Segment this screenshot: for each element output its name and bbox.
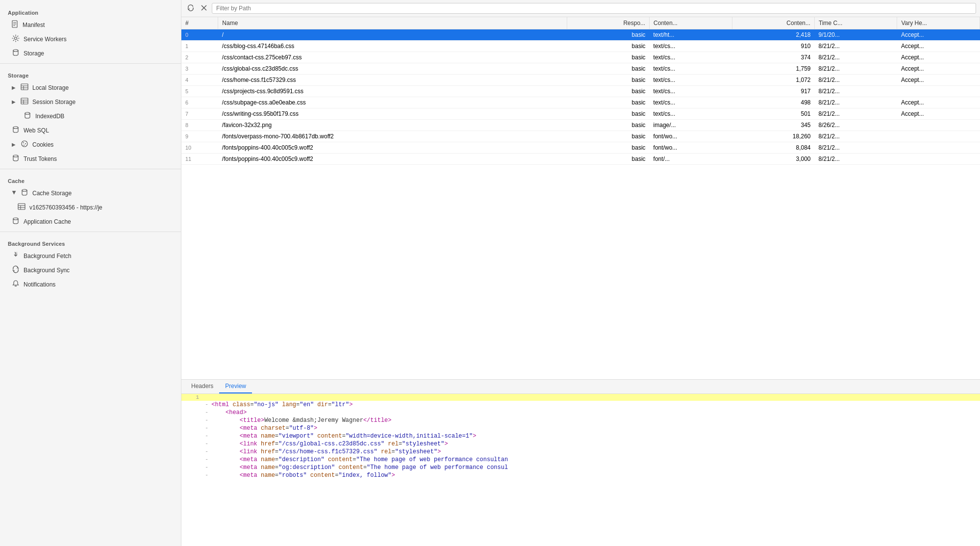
cell-response: basic (567, 86, 649, 97)
cell-vary: Accept... (897, 75, 980, 86)
svg-point-15 (13, 127, 18, 129)
table-row[interactable]: 0 / basic text/ht... 2,418 9/1/20... Acc… (181, 29, 980, 41)
sidebar-item-session-storage[interactable]: ▶ Session Storage (0, 95, 181, 109)
svg-point-20 (13, 155, 18, 157)
table-row[interactable]: 4 /css/home-css.f1c57329.css basic text/… (181, 75, 980, 86)
divider-2 (0, 169, 181, 169)
sidebar-item-cookies-label: Cookies (32, 141, 173, 148)
sidebar-item-background-sync[interactable]: Background Sync (0, 263, 181, 277)
svg-point-19 (24, 145, 25, 146)
table-header-row: # Name Respo... Conten... Conten... Time… (181, 17, 980, 29)
sidebar-item-application-cache-label: Application Cache (24, 218, 173, 225)
cell-content-length: 1,072 (732, 75, 814, 86)
cell-num: 6 (181, 97, 218, 108)
table-row[interactable]: 8 /favicon-32x32.png basic image/... 345… (181, 120, 980, 131)
sidebar-section-cache: Cache (0, 172, 181, 186)
code-line: - <meta name="robots" content="index, fo… (181, 471, 980, 479)
svg-point-5 (13, 50, 18, 52)
cell-content-type: font/wo... (650, 131, 732, 142)
cell-vary: Accept... (897, 41, 980, 52)
code-text: <title>Welcome &mdash;Jeremy Wagner</tit… (211, 417, 391, 424)
sidebar-item-local-storage-label: Local Storage (32, 84, 173, 91)
table-row[interactable]: 6 /css/subpage-css.a0e0eabe.css basic te… (181, 97, 980, 108)
code-text: <head> (211, 409, 247, 416)
sidebar-item-indexeddb[interactable]: IndexedDB (0, 109, 181, 123)
manifest-icon (12, 20, 19, 29)
table-row[interactable]: 7 /css/writing-css.95b0f179.css basic te… (181, 108, 980, 120)
svg-point-26 (13, 218, 18, 220)
reload-button[interactable] (185, 3, 196, 14)
code-text: <meta name="description" content="The ho… (211, 456, 508, 463)
cell-num: 2 (181, 52, 218, 63)
tab-headers[interactable]: Headers (185, 380, 219, 393)
table-icon-session (21, 97, 28, 106)
cell-num: 5 (181, 86, 218, 97)
cell-vary: Accept... (897, 108, 980, 120)
cell-time: 8/21/2... (815, 97, 897, 108)
expand-arrow-session-storage: ▶ (12, 99, 17, 104)
sidebar-section-application: Application (0, 4, 181, 18)
cell-vary: Accept... (897, 97, 980, 108)
sidebar-item-background-fetch[interactable]: ↑↓ Background Fetch (0, 249, 181, 263)
cylinder-icon-indexed2 (24, 111, 31, 121)
table-row[interactable]: 10 /fonts/poppins-400.40c005c9.woff2 bas… (181, 142, 980, 154)
code-line: - <title>Welcome &mdash;Jeremy Wagner</t… (181, 416, 980, 424)
sidebar-item-cache-storage[interactable]: ▶ Cache Storage (0, 186, 181, 200)
code-text: <meta name="og:description" content="The… (211, 464, 508, 471)
cell-response: basic (567, 120, 649, 131)
cell-time: 8/21/2... (815, 131, 897, 142)
sidebar-item-session-storage-label: Session Storage (32, 99, 173, 105)
table-row[interactable]: 11 /fonts/poppins-400.40c005c9.woff2 bas… (181, 154, 980, 165)
table-row[interactable]: 1 /css/blog-css.47146ba6.css basic text/… (181, 41, 980, 52)
notifications-icon (12, 280, 20, 289)
cell-response: basic (567, 75, 649, 86)
cell-response: basic (567, 154, 649, 165)
table-row[interactable]: 3 /css/global-css.c23d85dc.css basic tex… (181, 63, 980, 75)
main-content: # Name Respo... Conten... Conten... Time… (181, 0, 980, 546)
sidebar-item-cache-entry[interactable]: v1625760393456 - https://je (0, 200, 181, 214)
cell-num: 1 (181, 41, 218, 52)
sidebar-item-notifications[interactable]: Notifications (0, 277, 181, 291)
cell-response: basic (567, 131, 649, 142)
cell-name: /css/blog-css.47146ba6.css (218, 41, 567, 52)
filter-input[interactable] (212, 3, 976, 14)
sidebar-item-indexeddb-label: IndexedDB (35, 113, 173, 120)
tab-preview[interactable]: Preview (219, 380, 252, 393)
cell-content-type: text/cs... (650, 97, 732, 108)
sidebar-item-trust-tokens[interactable]: Trust Tokens (0, 152, 181, 166)
col-name: Name (218, 17, 567, 29)
cache-table: # Name Respo... Conten... Conten... Time… (181, 17, 980, 379)
table-row[interactable]: 2 /css/contact-css.275ceb97.css basic te… (181, 52, 980, 63)
sidebar-item-application-cache[interactable]: Application Cache (0, 214, 181, 229)
cell-num: 9 (181, 131, 218, 142)
code-line: - <link href="/css/global-css.c23d85dc.c… (181, 440, 980, 448)
cell-content-length: 1,759 (732, 63, 814, 75)
table-row[interactable]: 5 /css/projects-css.9c8d9591.css basic t… (181, 86, 980, 97)
code-text: <html class="no-js" lang="en" dir="ltr"> (211, 401, 352, 408)
cell-time: 8/21/2... (815, 52, 897, 63)
cell-content-length: 917 (732, 86, 814, 97)
sidebar-item-web-sql[interactable]: Web SQL (0, 123, 181, 137)
sidebar-item-cookies[interactable]: ▶ Cookies (0, 137, 181, 152)
code-line: - <meta name="viewport" content="width=d… (181, 432, 980, 440)
cell-vary: Accept... (897, 29, 980, 41)
code-line: - <meta name="description" content="The … (181, 456, 980, 464)
table-row[interactable]: 9 /fonts/overpass-mono-700.4b8617db.woff… (181, 131, 980, 142)
sidebar-item-local-storage[interactable]: ▶ Local Storage (0, 80, 181, 95)
cell-response: basic (567, 97, 649, 108)
cell-content-type: text/cs... (650, 63, 732, 75)
svg-point-4 (15, 37, 17, 40)
table-icon-local (21, 83, 28, 92)
cell-name: /css/writing-css.95b0f179.css (218, 108, 567, 120)
sync-icon (12, 265, 20, 275)
code-line: - <meta charset="utf-8"> (181, 424, 980, 432)
cell-vary (897, 142, 980, 154)
sidebar-item-service-workers[interactable]: Service Workers (0, 32, 181, 46)
divider-1 (0, 63, 181, 64)
sidebar-item-manifest[interactable]: Manifest (0, 18, 181, 32)
clear-button[interactable] (199, 3, 209, 13)
cell-content-type: text/cs... (650, 75, 732, 86)
cell-response: basic (567, 63, 649, 75)
sidebar-item-storage[interactable]: Storage (0, 46, 181, 60)
cell-time: 8/21/2... (815, 154, 897, 165)
